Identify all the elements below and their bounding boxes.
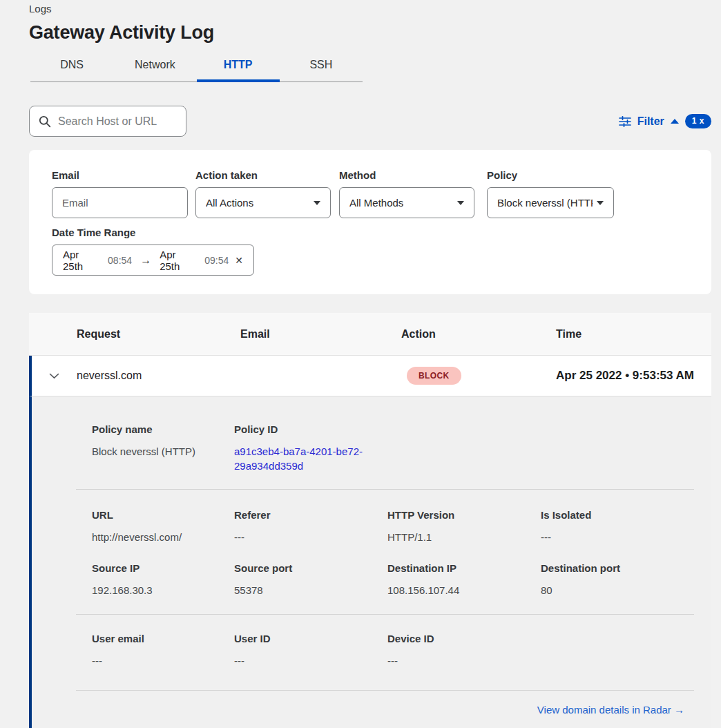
filter-label: Filter: [637, 115, 664, 128]
detail-cell: Policy ID a91c3eb4-ba7a-4201-be72-29a934…: [234, 423, 387, 473]
destination-ip-value: 108.156.107.44: [387, 583, 541, 597]
chevron-up-icon: [671, 119, 679, 124]
action-taken-label: Action taken: [195, 169, 331, 182]
table-row[interactable]: neverssl.com BLOCK Apr 25 2022 • 9:53:53…: [29, 356, 711, 396]
date-range-label: Date Time Range: [52, 227, 689, 239]
date-range-picker[interactable]: Apr 25th 08:54 → Apr 25th 09:54 ✕: [52, 245, 254, 276]
user-section: User email --- User ID --- Device ID ---: [92, 633, 694, 668]
search-box[interactable]: [29, 106, 186, 137]
user-email-value: ---: [92, 653, 234, 668]
http-version-value: HTTP/1.1: [387, 530, 541, 544]
detail-cell: Source IP 192.168.30.3: [92, 562, 234, 597]
chevron-down-icon: [457, 201, 464, 205]
detail-cell: User email ---: [92, 633, 234, 668]
chevron-down-icon: [314, 201, 320, 205]
detail-cell: Destination port 80: [541, 562, 694, 597]
column-header-action: Action: [401, 328, 556, 341]
divider: [76, 614, 694, 615]
row-details: Policy name Block neverssl (HTTP) Policy…: [29, 396, 711, 728]
filter-panel: Email Action taken All Actions Method Al…: [29, 150, 711, 294]
policy-select[interactable]: Block neverssl (HTTP): [487, 187, 614, 218]
row-action: BLOCK: [401, 367, 556, 385]
column-header-request: Request: [77, 328, 240, 341]
policy-label: Policy: [487, 169, 614, 182]
divider: [76, 690, 694, 691]
policy-name-label: Policy name: [92, 423, 234, 436]
http-section: URL http://neverssl.com/ Referer --- HTT…: [92, 509, 694, 597]
device-id-label: Device ID: [387, 633, 541, 645]
policy-id-label: Policy ID: [234, 423, 387, 436]
method-value: All Methods: [349, 197, 403, 209]
tab-dns[interactable]: DNS: [30, 52, 113, 82]
source-ip-value: 192.168.30.3: [92, 583, 234, 597]
source-ip-label: Source IP: [92, 562, 234, 575]
method-filter: Method All Methods: [339, 169, 474, 218]
column-header-time: Time: [556, 328, 711, 341]
row-expand-chevron-icon[interactable]: [32, 373, 77, 379]
http-version-label: HTTP Version: [387, 509, 541, 521]
user-email-label: User email: [92, 633, 234, 645]
device-id-value: ---: [387, 653, 541, 668]
tab-network[interactable]: Network: [113, 52, 196, 82]
method-select[interactable]: All Methods: [339, 187, 474, 218]
row-time: Apr 25 2022 • 9:53:53 AM: [556, 369, 711, 383]
policy-id-link[interactable]: a91c3eb4-ba7a-4201-be72-29a934dd359d: [234, 444, 387, 473]
search-filter-row: Filter 1 x: [29, 106, 711, 137]
table-header-row: Request Email Action Time: [29, 313, 711, 356]
action-taken-filter: Action taken All Actions: [195, 169, 331, 218]
user-id-label: User ID: [234, 633, 387, 645]
end-date[interactable]: Apr 25th: [160, 249, 198, 272]
tab-bar: DNS Network HTTP SSH: [30, 52, 363, 82]
main-content: Logs Gateway Activity Log DNS Network HT…: [29, 0, 711, 728]
search-input[interactable]: [58, 115, 177, 128]
user-id-value: ---: [234, 653, 387, 668]
filter-sliders-icon: [619, 116, 631, 127]
tab-ssh[interactable]: SSH: [280, 52, 363, 82]
search-icon: [39, 115, 51, 128]
close-icon[interactable]: ✕: [235, 255, 243, 266]
column-header-email: Email: [240, 328, 401, 341]
url-label: URL: [92, 509, 234, 521]
detail-cell: Destination IP 108.156.107.44: [387, 562, 541, 597]
page-title: Gateway Activity Log: [29, 21, 711, 44]
is-isolated-label: Is Isolated: [541, 509, 694, 521]
filter-count-badge[interactable]: 1 x: [685, 114, 711, 128]
action-taken-select[interactable]: All Actions: [195, 187, 331, 218]
policy-filter: Policy Block neverssl (HTTP): [487, 169, 614, 218]
tab-http[interactable]: HTTP: [197, 52, 280, 82]
destination-port-label: Destination port: [541, 562, 694, 575]
method-label: Method: [339, 169, 474, 182]
email-filter-label: Email: [52, 169, 188, 182]
policy-name-value: Block neverssl (HTTP): [92, 444, 234, 459]
radar-link-row: View domain details in Radar →: [76, 704, 694, 716]
detail-cell: Referer ---: [234, 509, 387, 544]
detail-cell: URL http://neverssl.com/: [92, 509, 234, 544]
referer-value: ---: [234, 530, 387, 544]
email-filter-input[interactable]: [62, 197, 177, 209]
page: { "header": { "breadcrumb": "Logs", "tit…: [0, 0, 721, 728]
destination-ip-label: Destination IP: [387, 562, 541, 575]
row-request[interactable]: neverssl.com: [77, 370, 240, 382]
end-time[interactable]: 09:54: [204, 255, 229, 266]
detail-cell: HTTP Version HTTP/1.1: [387, 509, 541, 544]
log-table: Request Email Action Time neverssl.com B…: [29, 313, 711, 728]
block-status-badge: BLOCK: [407, 367, 461, 385]
breadcrumb[interactable]: Logs: [29, 0, 711, 15]
detail-cell: User ID ---: [234, 633, 387, 668]
policy-value: Block neverssl (HTTP): [497, 197, 593, 209]
detail-cell: Is Isolated ---: [541, 509, 694, 544]
url-value: http://neverssl.com/: [92, 530, 234, 544]
source-port-label: Source port: [234, 562, 387, 575]
email-filter: Email: [52, 169, 188, 218]
action-taken-value: All Actions: [206, 197, 253, 209]
chevron-down-icon: [597, 201, 604, 205]
radar-link[interactable]: View domain details in Radar →: [537, 704, 684, 716]
start-date[interactable]: Apr 25th: [63, 249, 102, 272]
detail-cell: Source port 55378: [234, 562, 387, 597]
arrow-right-icon: →: [140, 254, 151, 267]
referer-label: Referer: [234, 509, 387, 521]
detail-cell: Policy name Block neverssl (HTTP): [92, 423, 234, 473]
filter-toggle[interactable]: Filter 1 x: [619, 114, 711, 128]
is-isolated-value: ---: [541, 530, 694, 544]
start-time[interactable]: 08:54: [108, 255, 132, 266]
